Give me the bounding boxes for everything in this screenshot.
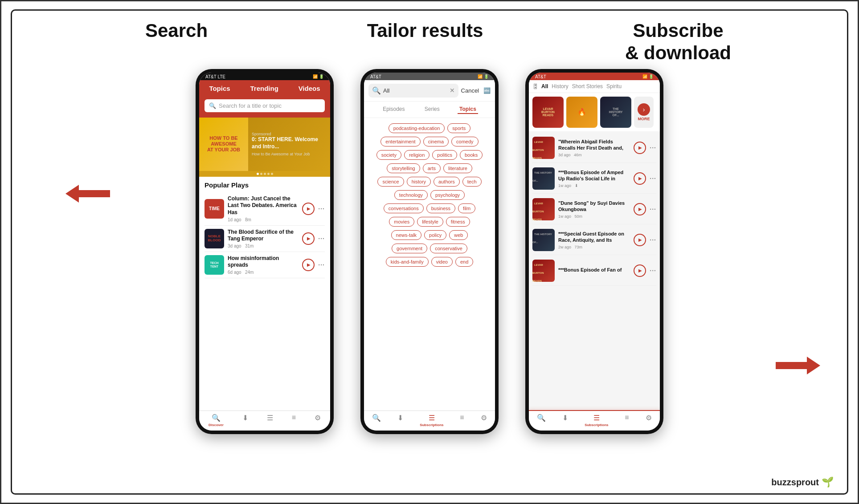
- p2-nav-settings[interactable]: ⚙: [481, 414, 487, 427]
- ep-dots-3[interactable]: ···: [650, 206, 656, 213]
- bottom-nav-settings[interactable]: ⚙: [315, 414, 321, 427]
- episode-item-2[interactable]: THE HISTORY OF... ***Bonus Episode of Am…: [532, 164, 656, 194]
- more-dots-3[interactable]: ···: [318, 261, 325, 268]
- tag-sports[interactable]: sports: [447, 123, 470, 133]
- play-button-2[interactable]: [302, 232, 315, 245]
- episode-item-5[interactable]: LEVAR BURTON READS ***Bonus Episode of F…: [532, 256, 656, 286]
- tag-authors[interactable]: authors: [434, 177, 460, 187]
- podcast-item-3[interactable]: TECHTENT How misinformation spreads 6d a…: [205, 252, 325, 278]
- tag-politics[interactable]: politics: [432, 150, 457, 160]
- tag-literature[interactable]: literature: [443, 163, 472, 173]
- search-box[interactable]: 🔍 Search for a title or topic: [205, 99, 325, 112]
- clear-search-button[interactable]: ✕: [450, 87, 455, 94]
- p3-nav-search[interactable]: 🔍: [537, 414, 546, 427]
- tag-technology[interactable]: technology: [394, 190, 428, 200]
- podcast-title-2: The Blood Sacrifice of the Tang Emperor: [228, 229, 299, 243]
- phone-search: AT&T LTE 📶 🔋 Topics Trending Videos 🔍 Se…: [196, 69, 334, 434]
- tag-religion[interactable]: religion: [404, 150, 430, 160]
- filter-icon[interactable]: 🎛: [532, 83, 539, 90]
- tag-conservative[interactable]: conservative: [430, 244, 467, 253]
- episode-item-1[interactable]: LEVAR BURTON READS "Wherein Abigail Fiel…: [532, 133, 656, 163]
- tag-podcasting-education[interactable]: podcasting-education: [389, 123, 445, 133]
- tag-history[interactable]: history: [407, 177, 431, 187]
- phone2-bottom-nav: 🔍 ⬇ ☰ Subscriptions ≡ ⚙: [364, 411, 495, 431]
- tag-kids-and-family[interactable]: kids-and-family: [386, 257, 429, 267]
- ep-dots-2[interactable]: ···: [650, 175, 656, 182]
- podcast-info-2: The Blood Sacrifice of the Tang Emperor …: [228, 229, 299, 248]
- nav-topics[interactable]: Topics: [205, 84, 233, 93]
- feat-thumb-2[interactable]: 🔥: [566, 97, 597, 128]
- tag-storytelling[interactable]: storytelling: [387, 163, 420, 173]
- tag-entertainment[interactable]: entertainment: [380, 137, 420, 146]
- tag-film[interactable]: film: [458, 203, 475, 213]
- tag-fitness[interactable]: fitness: [446, 217, 470, 227]
- episode-item-3[interactable]: LEVAR BURTON READS "Dune Song" by Suyi D…: [532, 195, 656, 224]
- p3-nav-playlist[interactable]: ≡: [625, 414, 629, 427]
- bottom-nav-discover[interactable]: 🔍 Discover: [209, 414, 224, 427]
- tag-lifestyle[interactable]: lifestyle: [417, 217, 443, 227]
- tab-topics[interactable]: Topics: [458, 105, 478, 114]
- p2-nav-download[interactable]: ⬇: [397, 414, 403, 427]
- cancel-button[interactable]: Cancel: [461, 87, 479, 94]
- tag-government[interactable]: government: [392, 244, 427, 253]
- play-button-3[interactable]: [302, 259, 315, 271]
- more-dots-2[interactable]: ···: [318, 235, 325, 242]
- tag-science[interactable]: science: [377, 177, 404, 187]
- p3-nav-subscriptions[interactable]: ☰ Subscriptions: [585, 414, 608, 427]
- p2-nav-subscriptions[interactable]: ☰ Subscriptions: [420, 414, 443, 427]
- ep-play-3[interactable]: [634, 203, 646, 215]
- tag-cinema[interactable]: cinema: [423, 137, 449, 146]
- tag-news-talk[interactable]: news-talk: [391, 230, 421, 240]
- feat-thumb-1[interactable]: LEVARBURTONREADS: [532, 97, 564, 128]
- tag-web[interactable]: web: [449, 230, 468, 240]
- tag-psychology[interactable]: psychology: [430, 190, 465, 200]
- tag-policy[interactable]: policy: [424, 230, 446, 240]
- ep-info-3: "Dune Song" by Suyi Davies Okungbowa 1w …: [558, 200, 630, 219]
- tag-books[interactable]: books: [460, 150, 483, 160]
- p2-nav-playlist[interactable]: ≡: [460, 414, 464, 427]
- tag-comedy[interactable]: comedy: [451, 137, 479, 146]
- p3-nav-shortstories[interactable]: Short Stories: [572, 83, 603, 89]
- tab-episodes[interactable]: Episodes: [381, 105, 406, 114]
- tag-business[interactable]: business: [426, 203, 455, 213]
- tag-end[interactable]: end: [455, 257, 473, 267]
- nav-trending[interactable]: Trending: [246, 84, 282, 93]
- ep-play-5[interactable]: [634, 264, 646, 277]
- tag-conversations[interactable]: conversations: [384, 203, 424, 213]
- nav-videos[interactable]: Videos: [295, 84, 324, 93]
- ep-dots-5[interactable]: ···: [650, 267, 656, 274]
- bottom-nav-subscriptions[interactable]: ☰: [267, 414, 273, 427]
- tab-series[interactable]: Series: [423, 105, 442, 114]
- phone-tailor-screen: AT&T 📶 🔋 🔍 All ✕ Cancel 🔤 Episodes: [364, 73, 495, 431]
- p3-nav-spiritu[interactable]: Spiritu: [606, 83, 622, 89]
- podcast-item-2[interactable]: NOBLEBLOOD The Blood Sacrifice of the Ta…: [205, 226, 325, 252]
- p3-nav-history[interactable]: History: [552, 83, 568, 89]
- bottom-nav-download[interactable]: ⬇: [242, 414, 248, 427]
- play-button-1[interactable]: [302, 203, 315, 215]
- ep-dots-4[interactable]: ···: [650, 236, 656, 244]
- feat-thumb-3[interactable]: THEHISTORYOF...: [600, 97, 631, 128]
- status-bar-3: AT&T 📶 🔋: [529, 73, 660, 80]
- phone1-bottom-nav: 🔍 Discover ⬇ ☰ ≡ ⚙: [199, 411, 330, 431]
- phone2-search-input[interactable]: 🔍 All ✕: [368, 84, 458, 98]
- more-dots-1[interactable]: ···: [318, 205, 325, 212]
- ep-play-2[interactable]: [634, 172, 646, 185]
- bottom-nav-playlist[interactable]: ≡: [292, 414, 296, 427]
- podcast-item-1[interactable]: TIME Column: Just Cancel the Last Two De…: [205, 192, 325, 226]
- feat-more[interactable]: › MORE: [634, 97, 654, 128]
- tag-movies[interactable]: movies: [389, 217, 414, 227]
- p2-nav-search[interactable]: 🔍: [372, 414, 381, 427]
- tag-video[interactable]: video: [431, 257, 453, 267]
- ep-play-1[interactable]: [634, 142, 646, 154]
- ep-dots-1[interactable]: ···: [650, 144, 656, 151]
- banner-subtitle: How to Be Awesome at Your Job: [252, 152, 327, 156]
- p3-nav-download[interactable]: ⬇: [562, 414, 568, 427]
- tag-society[interactable]: society: [376, 150, 401, 160]
- p3-nav-settings[interactable]: ⚙: [646, 414, 652, 427]
- ep-play-4[interactable]: [634, 234, 646, 246]
- tag-arts[interactable]: arts: [423, 163, 441, 173]
- episode-item-4[interactable]: THE HISTORY OF... ***Special Guest Episo…: [532, 225, 656, 255]
- p3-nav-all[interactable]: All: [541, 83, 548, 89]
- sponsored-banner[interactable]: HOW TO BEAWESOMEAT YOUR JOB Sponsored 0:…: [199, 118, 330, 171]
- tag-tech[interactable]: tech: [462, 177, 482, 187]
